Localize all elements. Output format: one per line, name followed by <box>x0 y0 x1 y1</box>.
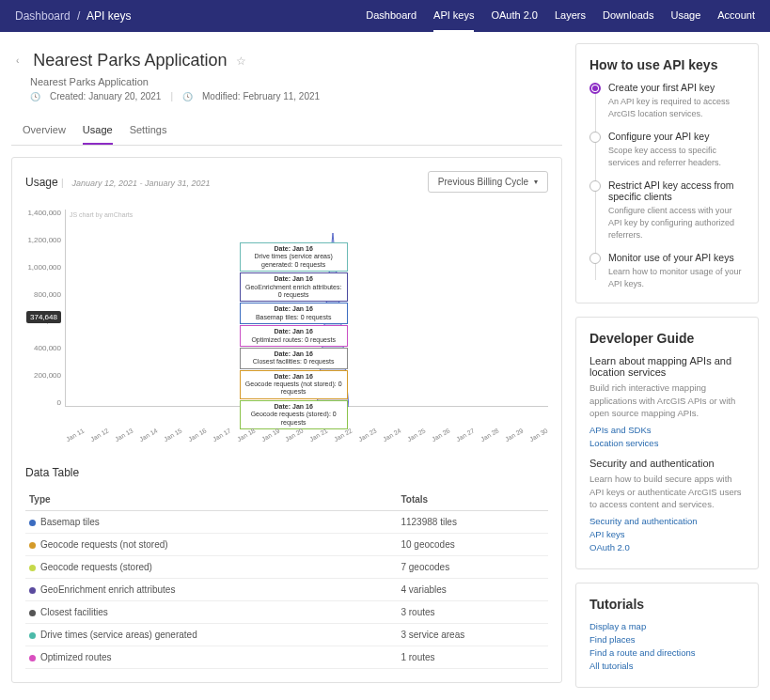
nav-link-api-keys[interactable]: API keys <box>433 0 474 32</box>
guide-link[interactable]: Display a map <box>589 621 745 631</box>
usage-date-range: January 12, 2021 - January 31, 2021 <box>71 179 210 188</box>
modified-date: Modified: February 11, 2021 <box>202 91 320 101</box>
guide-link[interactable]: APIs and SDKs <box>589 425 745 435</box>
guide-title: Developer Guide <box>589 331 745 346</box>
series-dot-icon <box>29 565 36 571</box>
table-row: GeoEnrichment enrich attributes4 variabl… <box>25 579 548 601</box>
series-dot-icon <box>29 520 36 526</box>
page-subtitle: Nearest Parks Application <box>30 76 551 87</box>
chart-tooltip: Date: Jan 16Basemap tiles: 0 requests <box>240 303 348 324</box>
chart-attribution: JS chart by amCharts <box>70 211 133 218</box>
chart-tooltip: Date: Jan 16Closest facilities: 0 reques… <box>240 348 348 369</box>
nav-link-layers[interactable]: Layers <box>555 0 586 32</box>
howto-step[interactable]: Create your first API keyAn API key is r… <box>589 82 745 119</box>
series-dot-icon <box>29 542 36 549</box>
step-radio-icon <box>589 132 601 143</box>
guide-card: Developer Guide Learn about mapping APIs… <box>575 317 759 569</box>
top-nav: Dashboard / API keys DashboardAPI keysOA… <box>0 0 770 32</box>
howto-step[interactable]: Configure your API keyScope key access t… <box>589 131 745 168</box>
chart-y-marker: 374,648 <box>26 311 61 323</box>
y-tick: 800,000 <box>25 291 61 299</box>
table-row: Optimized routes1 routes <box>25 646 548 669</box>
guide-link[interactable]: Security and authentication <box>589 516 745 526</box>
table-row: Drive times (service areas) generated3 s… <box>25 624 548 646</box>
table-row: Closest facilities3 routes <box>25 601 548 624</box>
row-total: 3 service areas <box>397 624 548 646</box>
nav-link-oauth-2-0[interactable]: OAuth 2.0 <box>491 0 538 32</box>
guide-link[interactable]: All tutorials <box>589 661 745 671</box>
step-desc: Configure client access with your API ke… <box>608 205 745 241</box>
clock-icon: 🕓 <box>30 92 40 101</box>
guide-link[interactable]: API keys <box>589 529 745 539</box>
table-header-type: Type <box>25 489 397 511</box>
y-tick: 1,400,000 <box>25 210 61 217</box>
row-type: Basemap tiles <box>40 517 100 527</box>
breadcrumb-root[interactable]: Dashboard <box>15 9 71 23</box>
created-date: Created: January 20, 2021 <box>50 91 161 101</box>
howto-step[interactable]: Restrict API key access from specific cl… <box>589 179 745 241</box>
chart-y-axis: 1,400,0001,200,0001,000,000800,000600,00… <box>25 210 65 407</box>
guide-link[interactable]: Find places <box>589 634 745 645</box>
row-total: 10 geocodes <box>397 534 548 556</box>
tutorials-title: Tutorials <box>589 597 745 612</box>
tutorials-card: Tutorials Display a mapFind placesFind a… <box>575 583 759 688</box>
y-tick: 200,000 <box>25 372 61 380</box>
nav-link-account[interactable]: Account <box>717 0 755 32</box>
usage-card: Usage | January 12, 2021 - January 31, 2… <box>11 157 562 683</box>
nav-links: DashboardAPI keysOAuth 2.0LayersDownload… <box>366 0 755 32</box>
nav-link-dashboard[interactable]: Dashboard <box>366 0 416 32</box>
step-desc: An API key is required to access ArcGIS … <box>608 96 745 119</box>
favorite-star-icon[interactable]: ☆ <box>236 54 246 68</box>
row-type: Geocode requests (not stored) <box>40 539 168 550</box>
page-title: Nearest Parks Application <box>33 51 227 70</box>
step-radio-icon <box>589 253 601 264</box>
usage-sep: | <box>61 178 66 188</box>
guide-link[interactable]: OAuth 2.0 <box>589 542 745 552</box>
step-radio-icon <box>589 180 601 192</box>
data-table-title: Data Table <box>25 466 548 479</box>
table-row: Geocode requests (not stored)10 geocodes <box>25 534 548 556</box>
step-desc: Scope key access to specific services an… <box>608 145 745 168</box>
chart-tooltip: Date: Jan 16GeoEnrichment enrich attribu… <box>240 272 348 302</box>
guide-link[interactable]: Location services <box>589 438 745 448</box>
usage-title: Usage <box>25 176 58 189</box>
data-table: Type Totals Basemap tiles1123988 tilesGe… <box>25 489 548 669</box>
howto-steps: Create your first API keyAn API key is r… <box>589 82 745 289</box>
detail-tabs: OverviewUsageSettings <box>11 117 562 146</box>
breadcrumb: Dashboard / API keys <box>15 9 131 23</box>
howto-card: How to use API keys Create your first AP… <box>575 43 759 303</box>
row-total: 7 geocodes <box>397 556 548 579</box>
chart-tooltip: Date: Jan 16Geocode requests (stored): 0… <box>240 400 348 429</box>
chart-tooltips: Date: Jan 16Drive times (service areas) … <box>240 242 348 429</box>
row-type: Closest facilities <box>40 607 108 617</box>
series-dot-icon <box>29 655 36 661</box>
billing-cycle-dropdown[interactable]: Previous Billing Cycle ▾ <box>428 171 548 193</box>
back-chevron-icon[interactable]: ‹ <box>16 55 19 66</box>
guide-section-security-text: Learn how to build secure apps with API … <box>589 473 745 510</box>
tab-overview[interactable]: Overview <box>23 117 66 145</box>
page-header: ‹ Nearest Parks Application ☆ Nearest Pa… <box>11 43 562 109</box>
row-type: Drive times (service areas) generated <box>40 630 197 640</box>
breadcrumb-sep: / <box>77 9 80 23</box>
step-label: Create your first API key <box>608 82 745 93</box>
row-total: 1 routes <box>397 646 548 669</box>
howto-title: How to use API keys <box>589 57 745 72</box>
table-row: Basemap tiles1123988 tiles <box>25 511 548 534</box>
tab-settings[interactable]: Settings <box>130 117 167 145</box>
guide-link[interactable]: Find a route and directions <box>589 647 745 658</box>
howto-step[interactable]: Monitor use of your API keysLearn how to… <box>589 252 745 289</box>
chart-tooltip: Date: Jan 16Geocode requests (not stored… <box>240 370 348 399</box>
series-dot-icon <box>29 632 36 639</box>
row-total: 1123988 tiles <box>397 511 548 534</box>
tab-usage[interactable]: Usage <box>83 117 113 145</box>
guide-section-mapping-heading: Learn about mapping APIs and location se… <box>589 355 745 378</box>
breadcrumb-current: API keys <box>86 9 131 23</box>
nav-link-downloads[interactable]: Downloads <box>603 0 653 32</box>
clock-icon: 🕓 <box>182 92 193 101</box>
chart-plot: JS chart by amCharts 374,648 Date: Jan 1… <box>65 210 548 407</box>
step-radio-icon <box>589 83 601 94</box>
table-header-totals: Totals <box>397 489 548 511</box>
meta-sep: | <box>170 91 173 101</box>
nav-link-usage[interactable]: Usage <box>670 0 700 32</box>
chart-tooltip: Date: Jan 16Optimized routes: 0 requests <box>240 325 348 347</box>
